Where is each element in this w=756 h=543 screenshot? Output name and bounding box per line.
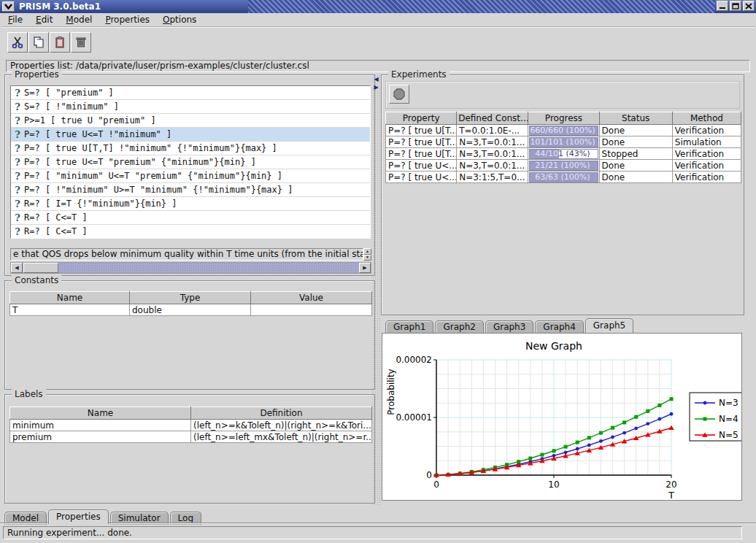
property-text: P>=1 [ true U "premium" ] <box>24 115 156 126</box>
property-list-item[interactable]: ?P=? [ true U<=T !"minimum" ] <box>11 128 370 142</box>
constants-cell: T=0.0:1.0E-... <box>457 125 528 136</box>
minimize-icon <box>719 3 726 9</box>
progress-bar: 44/101 (43%)44/101 (43%) <box>529 149 598 159</box>
property-list-item[interactable]: ?S=? [ !"minimum" ] <box>11 100 370 114</box>
properties-list[interactable]: ?S=? [ "premium" ]?S=? [ !"minimum" ]?P>… <box>10 85 371 239</box>
property-list-item[interactable]: ?P>=1 [ true U "premium" ] <box>11 114 370 128</box>
column-header[interactable]: Type <box>130 292 251 304</box>
column-header[interactable]: Value <box>251 292 372 304</box>
table-cell: (left_n>=left_mx&Toleft_n)|(right_n>=r..… <box>191 431 372 443</box>
line-chart[interactable]: 00.000010.0000201020New GraphTProbabilit… <box>382 334 741 500</box>
window-title: PRISM 3.0.beta1 <box>19 1 101 12</box>
chevron-down-icon <box>4 4 12 9</box>
property-list-item[interactable]: ?S=? [ "premium" ] <box>11 86 370 100</box>
property-cell: P=? [ true U[T... <box>386 148 457 160</box>
progress-bar: 63/63 (100%)63/63 (100%) <box>529 172 598 182</box>
scrollbar-thumb[interactable] <box>23 263 58 273</box>
table-cell: minimum <box>10 420 191 431</box>
tab-graph5[interactable]: Graph5 <box>585 318 633 333</box>
progress-bar: 101/101 (100%)101/101 (100%) <box>529 137 598 147</box>
copy-button[interactable] <box>28 32 49 53</box>
experiment-row[interactable]: P=? [ true U[T...T=0.0:1.0E-...660/660 (… <box>386 125 741 136</box>
paste-button[interactable] <box>50 32 70 53</box>
column-header[interactable]: Defined Const... <box>457 112 528 125</box>
column-header[interactable]: Method <box>672 112 741 125</box>
menu-item-model[interactable]: Model <box>59 14 99 26</box>
experiment-row[interactable]: P=? [ true U<...N=3,T=0.0:1...21/21 (100… <box>386 160 741 172</box>
x-tick-label: 20 <box>666 480 676 490</box>
y-tick-label: 0.00001 <box>396 412 432 423</box>
method-cell: Verification <box>672 148 741 160</box>
vertical-splitter[interactable]: ◀ ▶ <box>372 74 380 505</box>
property-list-item[interactable]: ?P=? [ !"minimum" U>=T "minimum" {!"mini… <box>11 183 370 197</box>
property-text: P=? [ true U<=T !"minimum" ] <box>24 129 171 139</box>
splitter-collapse-left-icon[interactable]: ◀ <box>373 76 379 83</box>
status-cell: Done <box>599 172 672 183</box>
property-list-item[interactable]: ?P=? [ true U[T,T] !"minimum" {!"minimum… <box>11 142 370 155</box>
experiment-row[interactable]: P=? [ true U<...N=3:1:5,T=0...63/63 (100… <box>386 172 741 183</box>
property-list-item[interactable]: ?R=? [ C<=T ] <box>11 225 370 239</box>
property-cell: P=? [ true U[T... <box>386 125 457 136</box>
column-header[interactable]: Name <box>10 407 191 420</box>
experiment-row[interactable]: P=? [ true U[T...N=3,T=0.0:1...101/101 (… <box>386 136 741 148</box>
menu-item-properties[interactable]: Properties <box>99 14 156 26</box>
tab-properties[interactable]: Properties <box>48 509 109 524</box>
menu-item-options[interactable]: Options <box>156 14 203 26</box>
spinner-up-button[interactable]: ▲ <box>363 248 371 255</box>
x-axis-label: T <box>668 490 674 500</box>
properties-group: Properties ?S=? [ "premium" ]?S=? [ !"mi… <box>4 74 375 276</box>
labels-table[interactable]: NameDefinitionminimum(left_n>=k&Toleft_n… <box>9 407 372 443</box>
stop-experiment-button[interactable] <box>389 85 409 104</box>
column-header[interactable]: Property <box>386 112 457 125</box>
experiments-table[interactable]: PropertyDefined Const...ProgressStatusMe… <box>385 112 741 183</box>
menu-item-file[interactable]: File <box>1 14 29 26</box>
property-list-item[interactable]: ?P=? [ "minimum" U<=T "premium" {"minimu… <box>11 169 370 183</box>
tab-graph3[interactable]: Graph3 <box>485 320 533 334</box>
experiments-toolbar <box>385 81 740 109</box>
table-row[interactable]: Tdouble <box>10 304 372 316</box>
property-comment[interactable]: e that QOS drops below minimum quality w… <box>10 248 363 261</box>
trash-icon <box>74 36 88 49</box>
title-bar[interactable]: PRISM 3.0.beta1 <box>0 0 756 13</box>
property-list-item[interactable]: ?R=? [ I=T {!"minimum"}{min} ] <box>11 197 370 211</box>
graph-content: 00.000010.0000201020New GraphTProbabilit… <box>382 333 742 501</box>
tab-graph4[interactable]: Graph4 <box>535 320 583 334</box>
table-row[interactable]: premium(left_n>=left_mx&Toleft_n)|(right… <box>10 431 372 443</box>
table-row[interactable]: minimum(left_n>=k&Toleft_n)|(right_n>=k&… <box>10 420 372 431</box>
question-icon: ? <box>11 199 24 209</box>
tab-graph1[interactable]: Graph1 <box>385 320 433 334</box>
labels-group: Labels NameDefinitionminimum(left_n>=k&T… <box>4 394 375 504</box>
scissors-icon <box>11 36 24 49</box>
maximize-button[interactable] <box>730 1 741 11</box>
table-cell: (left_n>=k&Toleft_n)|(right_n>=k&Tori... <box>191 420 372 431</box>
property-text: P=? [ true U<=T "premium" {"minimum"}{mi… <box>24 157 256 167</box>
status-cell: Done <box>599 136 672 148</box>
method-cell: Verification <box>672 160 741 172</box>
constants-table[interactable]: NameTypeValueTdouble <box>9 291 372 316</box>
property-list-item[interactable]: ?P=? [ true U<=T "premium" {"minimum"}{m… <box>11 155 370 169</box>
column-header[interactable]: Progress <box>528 112 599 125</box>
experiment-row[interactable]: P=? [ true U[T...N=3,T=0.0:1...44/101 (4… <box>386 148 741 160</box>
legend-label: N=4 <box>719 414 738 424</box>
window-menu-button[interactable] <box>2 1 15 12</box>
close-button[interactable] <box>743 1 755 11</box>
column-header[interactable]: Name <box>10 292 130 304</box>
delete-button[interactable] <box>71 32 91 53</box>
constants-cell: N=3,T=0.0:1... <box>457 160 528 172</box>
column-header[interactable]: Definition <box>191 407 372 420</box>
menu-item-edit[interactable]: Edit <box>29 14 59 26</box>
spinner-down-button[interactable]: ▼ <box>363 255 371 261</box>
property-list-item[interactable]: ?R=? [ C<=T ] <box>11 211 370 225</box>
table-cell: double <box>130 304 251 316</box>
scroll-left-icon[interactable]: ◀ <box>11 263 23 273</box>
cut-button[interactable] <box>7 32 28 53</box>
scroll-right-icon[interactable]: ▶ <box>359 263 371 273</box>
property-text: R=? [ C<=T ] <box>24 226 88 236</box>
minimize-button[interactable] <box>717 1 728 11</box>
legend-label: N=5 <box>719 430 738 440</box>
splitter-collapse-right-icon[interactable]: ▶ <box>373 84 379 91</box>
tab-graph2[interactable]: Graph2 <box>435 320 483 334</box>
horizontal-scrollbar[interactable]: ◀ ▶ <box>10 262 371 274</box>
question-icon: ? <box>11 226 24 237</box>
column-header[interactable]: Status <box>599 112 672 125</box>
